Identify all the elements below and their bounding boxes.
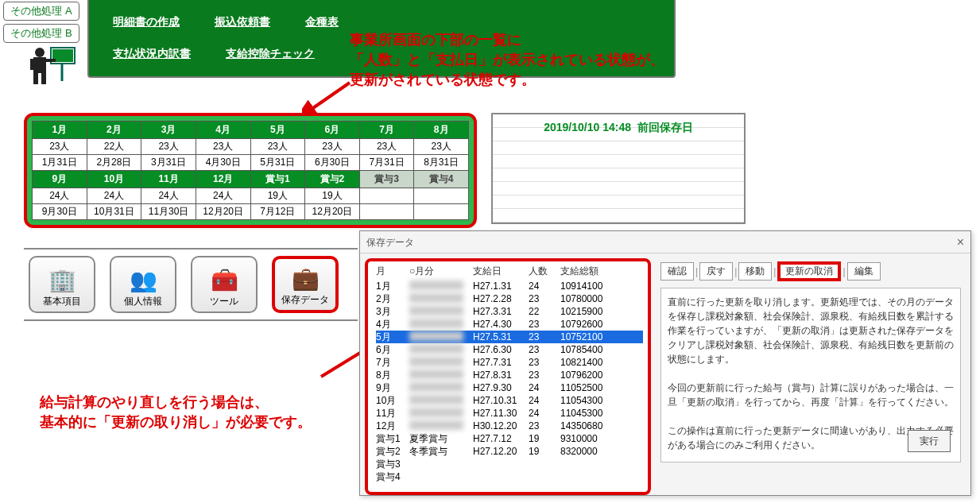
summary-cell: 23人 xyxy=(359,139,414,155)
summary-cell xyxy=(414,204,469,220)
save-data-dialog: 保存データ × 月○月分支給日人数支給総額 1月H27.1.3124109141… xyxy=(359,230,971,496)
svg-rect-4 xyxy=(33,57,46,73)
summary-table: 1月2月3月4月5月6月7月8月23人22人23人23人23人23人23人23人… xyxy=(32,121,469,220)
dialog-tab-row: 確認|戻す|移動|更新の取消|編集 xyxy=(660,261,961,281)
summary-cell: 12月20日 xyxy=(196,204,250,220)
mascot-icon xyxy=(22,44,76,86)
summary-header: 賞与3 xyxy=(359,171,414,188)
nav-link-cash[interactable]: 金種表 xyxy=(305,15,339,29)
data-row[interactable]: 7月H27.7.312310821400 xyxy=(376,356,643,369)
tool-ツール[interactable]: 🧰ツール xyxy=(191,256,258,313)
summary-cell xyxy=(414,188,469,204)
dialog-col-header: ○月分 xyxy=(409,265,473,278)
data-row[interactable]: 賞与1夏季賞与H27.7.12199310000 xyxy=(376,432,643,445)
tool-icon: 🧰 xyxy=(211,267,238,293)
svg-point-3 xyxy=(35,48,45,57)
dialog-title: 保存データ xyxy=(366,231,414,253)
summary-cell xyxy=(359,188,414,204)
annotation-top: 事業所画面の下部の一覧に「人数」と「支払日」が表示されている状態が、更新がされて… xyxy=(350,30,664,91)
dialog-tab-戻す[interactable]: 戻す xyxy=(699,262,733,281)
dialog-tab-更新の取消[interactable]: 更新の取消 xyxy=(777,261,841,281)
data-row[interactable]: 10月H27.10.312411054300 xyxy=(376,394,643,407)
summary-cell xyxy=(359,204,414,220)
summary-cell: 10月31日 xyxy=(87,204,141,220)
data-row[interactable]: 1月H27.1.312410914100 xyxy=(376,280,643,292)
summary-cell: 7月31日 xyxy=(359,155,414,171)
status-label: 前回保存日 xyxy=(637,121,693,133)
summary-cell: 12月20日 xyxy=(305,204,360,220)
summary-cell: 4月30日 xyxy=(196,155,250,171)
nav-link-deduction[interactable]: 支給控除チェック xyxy=(226,47,315,61)
svg-rect-6 xyxy=(46,59,56,62)
summary-cell: 3月31日 xyxy=(141,155,196,171)
tool-icon: 💼 xyxy=(292,265,320,292)
data-row[interactable]: 賞与4 xyxy=(376,470,643,483)
summary-cell: 23人 xyxy=(196,139,250,155)
nav-link-detail[interactable]: 明細書の作成 xyxy=(113,15,180,29)
monthly-summary: 1月2月3月4月5月6月7月8月23人22人23人23人23人23人23人23人… xyxy=(24,113,477,228)
summary-cell: 24人 xyxy=(196,188,250,204)
summary-header: 7月 xyxy=(359,122,414,139)
close-icon[interactable]: × xyxy=(957,231,964,253)
summary-header: 賞与1 xyxy=(250,171,305,188)
data-row[interactable]: 5月H27.5.312310752100 xyxy=(376,331,643,343)
data-row[interactable]: 8月H27.8.312310796200 xyxy=(376,369,643,381)
summary-cell: 7月12日 xyxy=(250,204,305,220)
annotation-bottom: 給与計算のやり直しを行う場合は、基本的に「更新の取り消し」が必要です。 xyxy=(40,393,312,432)
execute-button[interactable]: 実行 xyxy=(908,430,951,452)
svg-rect-5 xyxy=(30,59,35,70)
tool-個人情報[interactable]: 👥個人情報 xyxy=(110,256,176,313)
summary-header: 12月 xyxy=(196,171,250,188)
summary-cell: 24人 xyxy=(87,188,141,204)
dialog-tab-移動[interactable]: 移動 xyxy=(738,262,772,281)
summary-cell: 9月30日 xyxy=(33,204,87,220)
summary-cell: 23人 xyxy=(250,139,305,155)
summary-cell: 23人 xyxy=(141,139,196,155)
summary-cell: 23人 xyxy=(305,139,360,155)
nav-link-transfer[interactable]: 振込依頼書 xyxy=(215,15,270,29)
other-proc-a-button[interactable]: その他処理 A xyxy=(3,2,79,21)
tool-保存データ[interactable]: 💼保存データ xyxy=(272,256,339,313)
dialog-tab-確認[interactable]: 確認 xyxy=(660,262,694,281)
data-row[interactable]: 6月H27.6.302310785400 xyxy=(376,343,643,356)
dialog-col-header: 人数 xyxy=(529,265,560,278)
summary-header: 6月 xyxy=(305,122,360,139)
dialog-col-header: 支給日 xyxy=(473,265,529,278)
tool-label: 保存データ xyxy=(281,293,329,307)
tool-label: 基本項目 xyxy=(43,295,81,308)
summary-header: 5月 xyxy=(250,122,305,139)
data-row[interactable]: 賞与3 xyxy=(376,458,643,470)
tool-icon: 👥 xyxy=(130,267,157,293)
summary-header: 4月 xyxy=(196,122,250,139)
svg-line-9 xyxy=(308,83,350,111)
summary-cell: 1月31日 xyxy=(33,155,87,171)
data-row[interactable]: 9月H27.9.302411052500 xyxy=(376,381,643,394)
summary-cell: 24人 xyxy=(141,188,196,204)
data-row[interactable]: 12月H30.12.202314350680 xyxy=(376,420,643,432)
svg-rect-8 xyxy=(41,73,46,84)
summary-header: 8月 xyxy=(414,122,469,139)
data-row[interactable]: 賞与2冬季賞与H27.12.20198320000 xyxy=(376,445,643,458)
data-row[interactable]: 2月H27.2.282310780000 xyxy=(376,292,643,305)
summary-cell: 24人 xyxy=(33,188,87,204)
data-row[interactable]: 11月H27.11.302411045300 xyxy=(376,407,643,420)
summary-header: 賞与2 xyxy=(305,171,360,188)
summary-header: 1月 xyxy=(33,122,87,139)
summary-header: 賞与4 xyxy=(414,171,469,188)
summary-cell: 6月30日 xyxy=(305,155,360,171)
summary-header: 9月 xyxy=(33,171,87,188)
summary-header: 3月 xyxy=(141,122,196,139)
tool-基本項目[interactable]: 🏢基本項目 xyxy=(29,256,95,313)
data-row[interactable]: 4月H27.4.302310792600 xyxy=(376,318,643,331)
summary-header: 10月 xyxy=(87,171,141,188)
nav-link-paystatus[interactable]: 支払状況内訳書 xyxy=(113,47,191,61)
summary-cell: 2月28日 xyxy=(87,155,141,171)
summary-cell: 5月31日 xyxy=(250,155,305,171)
tool-label: 個人情報 xyxy=(124,295,162,308)
summary-cell: 19人 xyxy=(250,188,305,204)
data-row[interactable]: 3月H27.3.312210215900 xyxy=(376,305,643,318)
other-proc-b-button[interactable]: その他処理 B xyxy=(3,24,79,43)
summary-cell: 8月31日 xyxy=(414,155,469,171)
summary-cell: 23人 xyxy=(33,139,87,155)
dialog-tab-編集[interactable]: 編集 xyxy=(847,262,881,281)
